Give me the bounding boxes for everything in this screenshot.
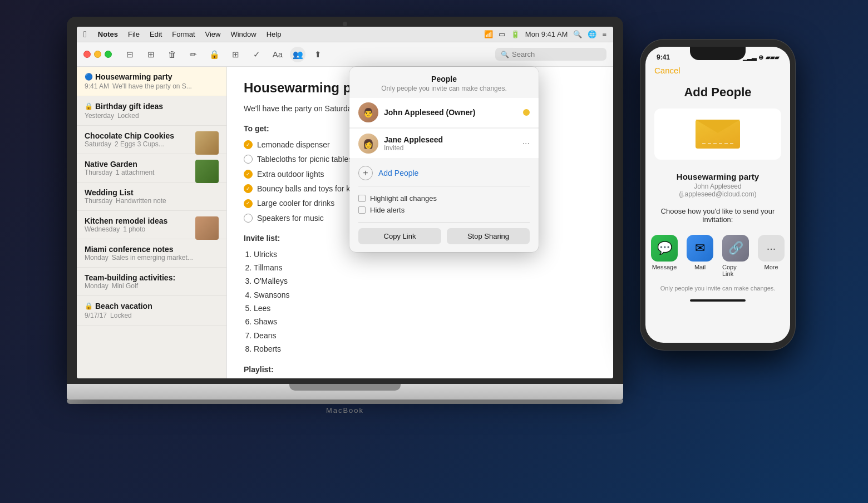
iphone-note-title: Housewarming party [657, 172, 779, 181]
note-meta-beach: 9/17/17 Locked [85, 312, 219, 319]
menubar:  Notes File Edit Format View Window Hel… [77, 27, 613, 42]
search-menu-icon[interactable]: 🔍 [573, 30, 582, 38]
menubar-app-name[interactable]: Notes [93, 29, 122, 40]
lock-btn[interactable]: 🔒 [205, 47, 223, 62]
jane-context-menu[interactable]: ··· [522, 139, 530, 149]
option-highlight[interactable]: Highlight all changes [358, 194, 530, 203]
fullscreen-button[interactable] [105, 51, 112, 58]
check-4[interactable]: ✓ [244, 184, 253, 193]
popover-title: People [358, 75, 530, 83]
menubar-edit[interactable]: Edit [145, 29, 166, 40]
share-btn[interactable]: 👥 [290, 47, 305, 62]
option-alerts[interactable]: Hide alerts [358, 206, 530, 214]
iphone-battery-icon: ▰▰▰ [766, 54, 779, 61]
minimize-button[interactable] [94, 51, 101, 58]
menubar-time: Mon 9:41 AM [525, 30, 568, 38]
share-btn-message[interactable]: 💬 Message [651, 235, 678, 277]
stop-sharing-button[interactable]: Stop Sharing [447, 228, 530, 244]
envelope-shape [696, 120, 740, 149]
note-meta-housewarming: 9:41 AM We'll have the party on S... [85, 82, 219, 90]
macbook-hinge-notch [289, 384, 401, 391]
sidebar-toggle-btn[interactable]: ⊟ [121, 47, 139, 62]
note-title-teambuilding: Team-building activities: [85, 273, 219, 282]
note-preview-6: 1 photo [123, 225, 145, 233]
lock-icon-birthday: 🔒 [85, 102, 93, 110]
delete-btn[interactable]: 🗑 [163, 47, 181, 62]
avatar-jane: 👩 [358, 134, 378, 154]
add-people-icon: + [358, 166, 373, 180]
note-meta-wedding: Thursday Handwritten note [85, 197, 219, 205]
macbook-camera [343, 22, 347, 26]
share-btn-mail[interactable]: ✉ Mail [687, 235, 713, 277]
table-btn[interactable]: ⊞ [226, 47, 244, 62]
iphone-time: 9:41 [657, 53, 670, 61]
invite-7: Deans [254, 329, 596, 342]
note-date-8: Monday [85, 282, 108, 290]
battery-icon: 🔋 [511, 30, 520, 38]
search-box[interactable]: 🔍 [495, 48, 606, 61]
note-date-6: Wednesday [85, 225, 120, 233]
checklist-text-4: Bouncy balls and toys for kids [257, 183, 360, 195]
iphone-add-people-title: Add People [645, 80, 790, 109]
check-3[interactable]: ✓ [244, 170, 253, 179]
note-item-kitchen[interactable]: Kitchen remodel ideas Wednesday 1 photo [77, 211, 226, 239]
shared-icon: 🔵 [85, 73, 93, 81]
search-input[interactable] [512, 50, 601, 58]
popover-title-area: People Only people you invite can make c… [349, 67, 539, 96]
checklist-btn[interactable]: ✓ [248, 47, 265, 62]
checkbox-highlight[interactable] [358, 195, 366, 202]
check-5[interactable]: ✓ [244, 199, 253, 208]
toolbar: ⊟ ⊞ 🗑 ✏ 🔒 ⊞ ✓ Aa 👥 ⬆ 🔍 [77, 42, 613, 67]
check-6[interactable] [244, 214, 253, 223]
menubar-help[interactable]: Help [262, 29, 286, 40]
add-people-row[interactable]: + Add People [349, 160, 539, 186]
menubar-window[interactable]: Window [226, 29, 260, 40]
iphone-nav: Cancel [645, 63, 790, 80]
checklist-text-2: Tablecloths for picnic tables [257, 153, 352, 165]
share-label-message: Message [652, 264, 677, 270]
checkbox-alerts[interactable] [358, 206, 366, 214]
note-item-cookies[interactable]: Chocolate Chip Cookies Saturday 2 Eggs 3… [77, 126, 226, 154]
note-item-birthday[interactable]: 🔒 Birthday gift ideas Yesterday Locked [77, 96, 226, 126]
iphone-footer-note: Only people you invite can make changes. [645, 282, 790, 295]
check-1[interactable]: ✓ [244, 140, 253, 149]
person-row-owner: 👨 John Appleseed (Owner) [349, 98, 539, 127]
iphone-screen: 9:41 ▁▂▃ ⊕ ▰▰▰ Cancel Add People [645, 47, 790, 343]
note-meta-kitchen: Wednesday 1 photo [85, 225, 191, 233]
note-preview-7: Sales in emerging market... [112, 254, 193, 262]
share-btn-copylink[interactable]: 🔗 Copy Link [722, 235, 749, 277]
share-btn-more[interactable]: ··· More [758, 235, 785, 277]
note-item-wedding[interactable]: Wedding List Thursday Handwritten note [77, 183, 226, 211]
menubar-file[interactable]: File [124, 29, 144, 40]
note-date-1: 9:41 AM [85, 82, 109, 90]
invite-3: O'Malleys [254, 275, 596, 287]
note-item-beach[interactable]: 🔒 Beach vacation 9/17/17 Locked [77, 296, 226, 326]
owner-info: John Appleseed (Owner) [384, 108, 517, 117]
control-center-icon[interactable]: ≡ [602, 30, 606, 38]
option-highlight-label: Highlight all changes [370, 194, 437, 203]
note-preview-1: We'll have the party on S... [112, 82, 192, 90]
gallery-view-btn[interactable]: ⊞ [142, 47, 160, 62]
envelope-dashes [702, 143, 733, 144]
check-2[interactable] [244, 155, 253, 164]
new-note-btn[interactable]: ✏ [184, 47, 202, 62]
apple-menu-icon[interactable]:  [83, 29, 87, 40]
upload-btn[interactable]: ⬆ [309, 47, 327, 62]
close-button[interactable] [83, 51, 91, 58]
note-item-housewarming[interactable]: 🔵 Housewarming party 9:41 AM We'll have … [77, 67, 226, 96]
note-date-9: 9/17/17 [85, 312, 107, 319]
user-menu-icon[interactable]: 🌐 [588, 30, 596, 38]
iphone-cancel-btn[interactable]: Cancel [654, 66, 680, 75]
note-item-teambuilding[interactable]: Team-building activities: Monday Mini Go… [77, 268, 226, 296]
messages-icon: 💬 [651, 235, 678, 262]
note-item-miami[interactable]: Miami conference notes Monday Sales in e… [77, 239, 226, 268]
format-btn[interactable]: Aa [269, 47, 287, 62]
menubar-format[interactable]: Format [167, 29, 199, 40]
checklist-text-5: Large cooler for drinks [257, 197, 334, 209]
menubar-view[interactable]: View [201, 29, 225, 40]
copy-link-button[interactable]: Copy Link [358, 228, 441, 244]
macbook-base [67, 384, 623, 400]
note-item-garden[interactable]: Native Garden Thursday 1 attachment [77, 154, 226, 183]
checklist-text-1: Lemonade dispenser [257, 139, 330, 151]
iphone-envelope-area [654, 109, 781, 160]
